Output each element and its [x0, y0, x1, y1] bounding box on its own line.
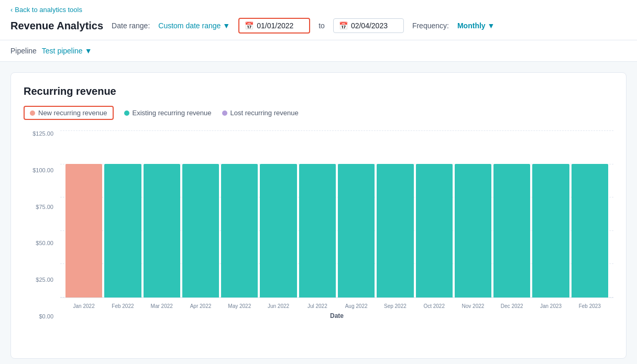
calendar-icon-2: 📅: [339, 21, 348, 30]
bar-existing[interactable]: [144, 164, 180, 297]
bar-group: [416, 130, 453, 297]
end-date-input[interactable]: [351, 21, 398, 30]
bar-existing[interactable]: [493, 164, 530, 297]
legend-item-new[interactable]: New recurring revenue: [24, 106, 114, 120]
legend-item-lost[interactable]: Lost recurring revenue: [222, 109, 299, 117]
calendar-icon: 📅: [245, 21, 254, 30]
legend-dot-lost: [222, 111, 227, 116]
freq-value: Monthly: [457, 21, 486, 30]
y-label-0: $0.00: [24, 313, 58, 319]
x-label: Sep 2022: [377, 303, 413, 309]
bar-group: [65, 130, 102, 297]
chart-area: $125.00 $100.00 $75.00 $50.00 $25.00 $0.…: [24, 130, 613, 346]
bar-existing[interactable]: [104, 164, 141, 297]
y-label-25: $25.00: [24, 277, 58, 283]
start-date-input[interactable]: [257, 21, 304, 30]
legend-dot-new: [30, 111, 35, 116]
freq-chevron-icon: ▼: [488, 21, 495, 30]
pipeline-chevron-icon: ▼: [85, 47, 92, 55]
x-label: Jan 2022: [65, 303, 102, 309]
freq-label: Frequency:: [412, 21, 449, 30]
bars-container: [60, 130, 613, 297]
legend-dot-existing: [124, 111, 129, 116]
bar-group: [221, 130, 258, 297]
bar-existing[interactable]: [299, 164, 336, 297]
back-link-label: Back to analytics tools: [15, 6, 82, 14]
bar-existing[interactable]: [377, 164, 413, 297]
bar-existing[interactable]: [455, 164, 491, 297]
bar-group: [377, 130, 413, 297]
pipeline-selector-button[interactable]: Test pipeline ▼: [42, 47, 92, 55]
x-label: Mar 2022: [144, 303, 180, 309]
bar-group: [299, 130, 336, 297]
y-label-50: $50.00: [24, 240, 58, 246]
start-date-input-wrapper[interactable]: 📅: [238, 18, 310, 34]
bar-existing[interactable]: [572, 164, 608, 297]
x-label: Jan 2023: [532, 303, 569, 309]
legend-label-existing: Existing recurring revenue: [133, 109, 212, 117]
y-label-75: $75.00: [24, 204, 58, 210]
pipeline-value: Test pipeline: [42, 47, 83, 55]
bar-group: [144, 130, 180, 297]
x-label: Feb 2022: [104, 303, 141, 309]
custom-date-label: Custom date range: [158, 21, 221, 30]
bar-group: [493, 130, 530, 297]
y-axis: $125.00 $100.00 $75.00 $50.00 $25.00 $0.…: [24, 130, 58, 319]
x-label: Apr 2022: [182, 303, 219, 309]
x-label: May 2022: [221, 303, 258, 309]
x-label: Oct 2022: [416, 303, 453, 309]
chart-inner: [60, 130, 613, 298]
back-arrow-icon: ‹: [10, 6, 13, 14]
bar-existing[interactable]: [338, 164, 375, 297]
bar-existing[interactable]: [260, 164, 296, 297]
legend-label-lost: Lost recurring revenue: [230, 109, 299, 117]
bar-group: [104, 130, 141, 297]
custom-date-range-button[interactable]: Custom date range ▼: [158, 21, 230, 30]
legend-label-new: New recurring revenue: [38, 109, 107, 117]
to-label: to: [318, 21, 325, 30]
end-date-input-wrapper[interactable]: 📅: [333, 18, 404, 33]
y-label-125: $125.00: [24, 130, 58, 137]
bar-existing[interactable]: [221, 164, 258, 297]
bar-new[interactable]: [65, 164, 102, 297]
bar-group: [572, 130, 608, 297]
bar-existing[interactable]: [532, 164, 569, 297]
x-axis-title: Date: [60, 312, 613, 319]
back-link[interactable]: ‹ Back to analytics tools: [10, 6, 82, 14]
bar-existing[interactable]: [182, 164, 219, 297]
x-label: Aug 2022: [338, 303, 375, 309]
pipeline-bar: Pipeline Test pipeline ▼: [0, 40, 637, 62]
date-range-label: Date range:: [112, 21, 150, 30]
bar-group: [532, 130, 569, 297]
x-label: Jun 2022: [260, 303, 296, 309]
chevron-down-icon: ▼: [223, 21, 230, 30]
x-label: Jul 2022: [299, 303, 336, 309]
chart-legend: New recurring revenue Existing recurring…: [24, 106, 613, 120]
bar-group: [338, 130, 375, 297]
x-axis: Jan 2022Feb 2022Mar 2022Apr 2022May 2022…: [60, 300, 613, 309]
x-label: Nov 2022: [455, 303, 491, 309]
bar-group: [260, 130, 296, 297]
x-label: Feb 2023: [572, 303, 608, 309]
page-title: Revenue Analytics: [10, 20, 103, 32]
chart-card: Recurring revenue New recurring revenue …: [10, 72, 627, 359]
x-label: Dec 2022: [493, 303, 530, 309]
pipeline-label: Pipeline: [10, 47, 37, 55]
y-label-100: $100.00: [24, 167, 58, 173]
bar-group: [182, 130, 219, 297]
frequency-button[interactable]: Monthly ▼: [457, 21, 495, 30]
legend-item-existing[interactable]: Existing recurring revenue: [124, 109, 212, 117]
chart-title: Recurring revenue: [24, 85, 613, 97]
bar-existing[interactable]: [416, 164, 453, 297]
bar-group: [455, 130, 491, 297]
